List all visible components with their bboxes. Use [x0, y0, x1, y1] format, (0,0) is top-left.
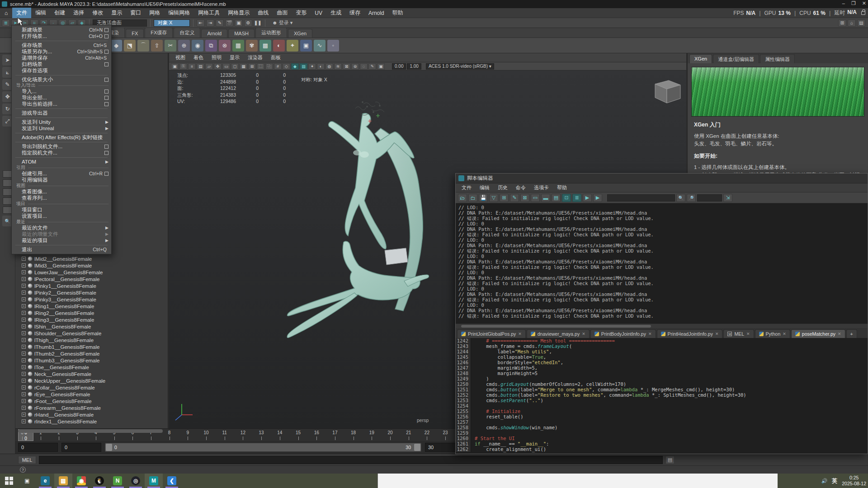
joint-icon[interactable]: ◦	[327, 40, 339, 52]
start-button[interactable]	[0, 474, 18, 488]
close-button[interactable]: ✕	[862, 0, 866, 6]
range-start-handle[interactable]	[106, 444, 112, 451]
file-menu-item-发送到 Unity[interactable]: 发送到 Unity▶	[12, 119, 111, 125]
outliner-item[interactable]: +lMid3__Genesis8Female	[15, 262, 168, 269]
outliner-item[interactable]: +lShoulder__Genesis8Female	[15, 330, 168, 337]
select-camera-icon[interactable]: ▣	[171, 63, 179, 70]
outliner-item[interactable]: +rCollar__Genesis8Female	[15, 384, 168, 391]
shaded-icon[interactable]: ◆	[291, 63, 299, 70]
command-mode-button[interactable]: MEL	[18, 456, 36, 464]
menu-显示[interactable]: 显示	[107, 8, 126, 18]
menu-曲线[interactable]: 曲线	[254, 8, 273, 18]
rename-tab-icon[interactable]: ✎	[510, 194, 519, 202]
option-box-icon[interactable]	[104, 28, 108, 32]
script-tab-dnaviewer_maya.py[interactable]: dnaviewer_maya.py✕	[527, 329, 590, 338]
menu-编辑[interactable]: 编辑	[31, 8, 50, 18]
file-menu-item-场景另存为...[interactable]: 场景另存为...Ctrl+Shift+S	[12, 48, 111, 55]
file-menu-item-创建引用...[interactable]: 创建引用...Ctrl+R	[12, 170, 111, 177]
file-menu-item-归档场景[interactable]: 归档场景	[12, 61, 111, 67]
task-view-button[interactable]: ▣	[18, 474, 36, 488]
se-menu-命令[interactable]: 命令	[512, 183, 530, 192]
expand-icon[interactable]: +	[22, 372, 26, 376]
close-tab-icon[interactable]: ✕	[783, 332, 786, 336]
echo-all-commands-icon[interactable]: ⊡	[562, 194, 571, 202]
language-indicator[interactable]: 英	[832, 477, 837, 485]
script-editor-title-bar[interactable]: 脚本编辑器	[456, 174, 868, 183]
image-plane-icon[interactable]: ▱	[205, 63, 213, 70]
viewport-menu-着色[interactable]: 着色	[190, 53, 207, 62]
menu-选择[interactable]: 选择	[69, 8, 88, 18]
shelf-tab-运动图形[interactable]: 运动图形	[255, 28, 287, 38]
maya-app[interactable]: M	[145, 474, 163, 488]
workspace-bookmark-icon[interactable]: ▤	[857, 19, 865, 27]
shelf-tab-自定义[interactable]: 自定义	[174, 28, 200, 38]
target-weld-icon[interactable]: ⊕	[178, 40, 190, 52]
menu-编辑网格[interactable]: 编辑网格	[164, 8, 194, 18]
se-menu-历史[interactable]: 历史	[494, 183, 512, 192]
ipr-render-icon[interactable]: ▣	[235, 19, 243, 27]
menu-网格工具[interactable]: 网格工具	[194, 8, 224, 18]
scene-list-icon[interactable]: ≣	[2, 19, 10, 27]
view-2d-pan-icon[interactable]: ✥	[214, 63, 222, 70]
playback-start-field[interactable]: 0	[18, 443, 58, 452]
expand-icon[interactable]: +	[22, 392, 26, 396]
option-box-icon[interactable]	[104, 102, 108, 106]
render-settings-icon[interactable]: ⚙	[244, 19, 252, 27]
range-end-handle[interactable]	[414, 444, 420, 451]
shelf-tab-Arnold[interactable]: Arnold	[201, 29, 227, 38]
outliner-item[interactable]: +lThumb3__Genesis8Female	[15, 357, 168, 364]
shelf-tab-MASH[interactable]: MASH	[228, 29, 255, 38]
file-menu-item-新建场景[interactable]: 新建场景Ctrl+N	[12, 27, 111, 33]
camera-attributes-icon[interactable]: ≡	[188, 63, 196, 70]
animation-start-field[interactable]: 0	[61, 443, 101, 452]
login-button[interactable]: ☻ 登录 ▾	[269, 19, 296, 27]
expand-icon[interactable]: +	[22, 291, 26, 295]
outliner-horizontal-scrollbar[interactable]	[18, 429, 163, 433]
close-tab-icon[interactable]: ✕	[715, 332, 719, 336]
file-menu-item-设置项目...[interactable]: 设置项目...	[12, 213, 111, 219]
close-tab-icon[interactable]: ✕	[648, 332, 652, 336]
field-chart-icon[interactable]: ⊞	[248, 63, 256, 70]
execute-line-icon[interactable]: ▶	[583, 194, 592, 202]
file-menu-item-最近的项目[interactable]: 最近的项目▶	[12, 237, 111, 244]
bridge-icon[interactable]: ⌒	[137, 40, 149, 52]
outliner-item[interactable]: +NeckUpper__Genesis8Female	[15, 377, 168, 384]
material-icon[interactable]: ◐	[273, 40, 285, 52]
file-menu-item-发送到 Unreal[interactable]: 发送到 Unreal▶	[12, 125, 111, 131]
xray-icon[interactable]: ⊠	[343, 63, 350, 70]
menu-UV[interactable]: UV	[311, 9, 326, 18]
expand-icon[interactable]: +	[22, 257, 26, 261]
save-selected-icon[interactable]: ▽	[489, 194, 498, 202]
fps-icon[interactable]: #	[274, 63, 282, 70]
shelf-tab-XGen[interactable]: XGen	[288, 29, 312, 38]
menu-窗口[interactable]: 窗口	[126, 8, 145, 18]
script-editor-window[interactable]: 脚本编辑器 文件编辑历史命令选项卡帮助 🗁🗀💾▽⊞✎⊠▭▬▤⊡≣▶▶🔍🔎⇲ //…	[455, 173, 868, 454]
uv-icon[interactable]: ▩	[259, 40, 271, 52]
option-box-icon[interactable]	[104, 151, 108, 155]
file-menu-item-导出全部...[interactable]: 导出全部...	[12, 94, 111, 101]
file-menu-item-查看图像...[interactable]: 查看图像...	[12, 188, 111, 195]
script-tab-PrintBodyJointInfo.py[interactable]: PrintBodyJointInfo.py✕	[590, 329, 656, 338]
outliner-item[interactable]: +lPectoral__Genesis8Female	[15, 276, 168, 282]
outliner-item[interactable]: +LowerJaw__Genesis8Female	[15, 269, 168, 276]
expand-icon[interactable]: +	[22, 385, 26, 389]
option-box-icon[interactable]	[104, 62, 108, 66]
command-input[interactable]	[39, 456, 663, 464]
se-menu-选项卡[interactable]: 选项卡	[530, 183, 553, 192]
option-box-icon[interactable]	[104, 89, 108, 94]
explorer-app[interactable]: ▨	[54, 474, 72, 488]
multicut-icon[interactable]: ✂	[165, 40, 176, 52]
file-menu-item-游戏导出器[interactable]: 游戏导出器	[12, 110, 111, 116]
outliner-item[interactable]: +rHand__Genesis8Female	[15, 411, 168, 418]
grease-pencil-icon[interactable]: ✎	[368, 63, 376, 70]
smooth-icon[interactable]: ◉	[192, 40, 203, 52]
expand-icon[interactable]: +	[22, 419, 26, 423]
script-tab-MEL[interactable]: MMEL✕	[723, 329, 754, 338]
close-tab-icon[interactable]: ✕	[582, 332, 585, 336]
construction-history-icon[interactable]: ✎	[216, 19, 224, 27]
range-slider-bar[interactable]: 0 30	[105, 443, 421, 452]
expand-icon[interactable]: +	[22, 297, 26, 301]
outliner-item[interactable]: +lShin__Genesis8Female	[15, 323, 168, 330]
outliner-item[interactable]: +lThumb2__Genesis8Female	[15, 350, 168, 357]
menu-缓存[interactable]: 缓存	[345, 8, 364, 18]
